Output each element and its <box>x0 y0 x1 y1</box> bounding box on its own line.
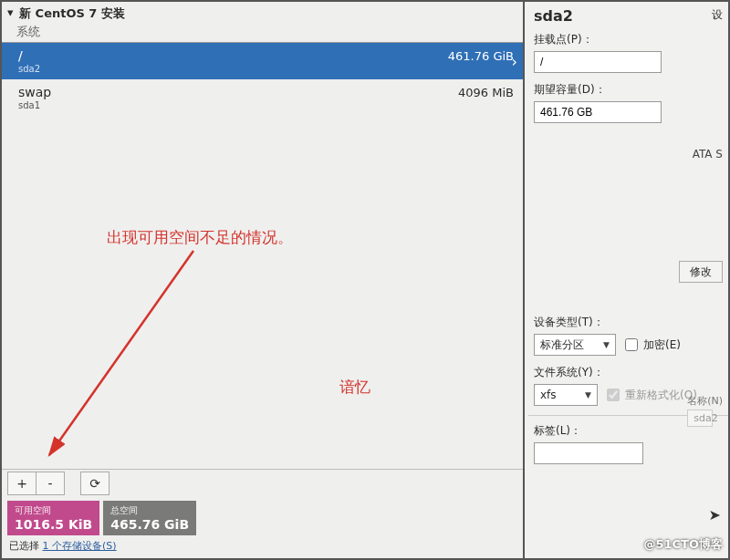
mount-row-root[interactable]: / 461.76 GiB sda2 › <box>2 43 523 79</box>
add-button[interactable]: + <box>7 472 36 495</box>
mount-list: / 461.76 GiB sda2 › swap 4096 MiB sda1 <box>2 42 523 116</box>
available-space-box: 可用空间 1016.5 KiB <box>7 501 99 535</box>
chevron-right-icon: › <box>512 53 517 70</box>
total-space-box: 总空间 465.76 GiB <box>103 501 196 535</box>
name-block: 名称(N) sda2 <box>687 394 723 427</box>
modify-button[interactable]: 修改 <box>679 261 723 283</box>
device-type-select[interactable]: 标准分区 ▼ <box>534 334 616 356</box>
svg-line-0 <box>49 251 193 455</box>
tag-input[interactable] <box>534 442 643 464</box>
refresh-button[interactable]: ⟳ <box>80 472 110 495</box>
total-space-value: 465.76 GiB <box>110 517 189 532</box>
filesystem-label: 文件系统(Y)： <box>534 365 723 380</box>
capacity-label: 期望容量(D)： <box>534 82 723 98</box>
mount-device: sda1 <box>18 100 514 110</box>
empty-area: 出现可用空间不足的情况。 谙忆 <box>2 116 523 469</box>
cursor-icon: ➤ <box>709 506 721 524</box>
name-value: sda2 <box>687 410 713 427</box>
name-label: 名称(N) <box>687 394 723 408</box>
mount-name: / <box>18 48 23 63</box>
chevron-down-icon: ▼ <box>585 390 591 399</box>
collapse-triangle-icon[interactable]: ▾ <box>7 5 14 19</box>
mount-size: 461.76 GiB <box>448 49 514 63</box>
device-type-label: 设备类型(T)： <box>534 315 723 330</box>
filesystem-select[interactable]: xfs ▼ <box>534 384 598 406</box>
mountpoint-input[interactable] <box>534 51 662 73</box>
install-subtitle: 系统 <box>2 24 523 42</box>
reformat-checkbox-row[interactable]: 重新格式化(O) <box>607 388 697 403</box>
partition-title: sda2 <box>534 7 723 25</box>
mountpoint-label: 挂载点(P)： <box>534 32 723 47</box>
annotation-warning: 出现可用空间不足的情况。 <box>107 227 293 248</box>
space-summary: 可用空间 1016.5 KiB 总空间 465.76 GiB <box>2 497 523 537</box>
watermark: @51CTO博客 <box>643 536 723 553</box>
mount-size: 4096 MiB <box>458 86 514 99</box>
mount-row-swap[interactable]: swap 4096 MiB sda1 <box>2 79 523 116</box>
install-header: ▾ 新 CentOS 7 安装 <box>2 2 523 24</box>
remove-button[interactable]: - <box>36 472 65 495</box>
red-arrow-annotation <box>2 116 527 462</box>
capacity-input[interactable] <box>534 101 662 123</box>
mount-name: swap <box>18 85 51 99</box>
encrypt-checkbox-row[interactable]: 加密(E) <box>625 337 681 353</box>
total-space-label: 总空间 <box>110 504 189 517</box>
reformat-checkbox <box>607 389 620 401</box>
settings-truncated: 设 <box>712 7 723 23</box>
install-title: 新 CentOS 7 安装 <box>19 6 125 20</box>
annotation-signature: 谙忆 <box>339 377 370 398</box>
chevron-down-icon: ▼ <box>603 340 610 349</box>
mount-device: sda2 <box>18 64 514 74</box>
encrypt-checkbox[interactable] <box>625 338 638 351</box>
available-space-label: 可用空间 <box>15 504 92 517</box>
available-space-value: 1016.5 KiB <box>15 517 92 532</box>
storage-footer: 已选择 1 个存储设备(S) <box>2 537 523 558</box>
mount-toolbar: + - ⟳ <box>2 469 523 497</box>
device-info-extra: ATA S <box>693 148 723 161</box>
storage-devices-link[interactable]: 1 个存储设备(S) <box>43 540 117 552</box>
